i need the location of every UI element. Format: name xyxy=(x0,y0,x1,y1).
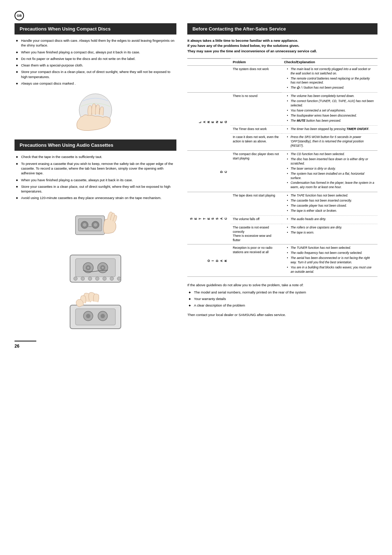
cassette-illustration-2 xyxy=(15,248,176,288)
svg-point-19 xyxy=(81,277,85,280)
svg-rect-26 xyxy=(75,309,115,325)
compact-discs-header: Precautions When Using Compact Discs xyxy=(15,23,176,35)
problem-system: The system does not work xyxy=(230,65,282,92)
compact-discs-title: Precautions When Using Compact Discs xyxy=(20,26,111,32)
group-label-cd: CD xyxy=(187,151,230,192)
bottom-notes: If the above guidelines do not allow you… xyxy=(187,283,377,317)
col-problem-header: Problem xyxy=(230,58,282,66)
cd-bullet-6: Always use compact discs marked . xyxy=(16,81,175,86)
sol-timer-1: The timer has been stopped by pressing T… xyxy=(287,127,375,131)
sol-sound-5: The MUTE button has been pressed. xyxy=(287,119,375,123)
note-bullet-3: A clear description of the problem xyxy=(189,303,376,308)
problem-reset: In case it does not work, even the actio… xyxy=(230,134,282,151)
solution-timer: The timer has been stopped by pressing T… xyxy=(282,125,377,134)
intro-line1: It always takes a little time to become … xyxy=(187,39,298,42)
sol-wow-1: The rollers or drive capstans are dirty. xyxy=(287,226,375,230)
group-label-cassettes: CASSETTES xyxy=(187,192,230,244)
cas-bullet-3: When you have finished playing a cassett… xyxy=(16,178,175,182)
page: GB Precautions When Using Compact Discs … xyxy=(15,11,377,349)
right-column: Before Contacting the After-Sales Servic… xyxy=(187,23,377,333)
problem-radio: Reception is poor or no radio stations a… xyxy=(230,244,282,276)
table-row-system: The system does not work The main lead i… xyxy=(187,65,377,92)
sol-tape-1: The TAPE function has not been selected. xyxy=(287,194,375,198)
sol-sys-3: The ⏻ / I button has not been pressed. xyxy=(287,86,375,90)
sol-reset-1: Press the SRS WOW button for 5 seconds i… xyxy=(287,135,375,148)
note-bullet-2: Your warranty details xyxy=(189,296,376,301)
cas-bullet-5: Avoid using 120-minute cassettes as they… xyxy=(16,195,175,200)
cas-bullet-1: Check that the tape in the cassette is s… xyxy=(16,154,175,159)
problem-timer: The Timer does not work xyxy=(230,125,282,134)
cd-bullet-5: Store your compact discs in a clean plac… xyxy=(16,69,175,79)
sol-tape-2: The cassette has not been inserted corre… xyxy=(287,199,375,203)
sol-cd-1: The CD function has not been selected. xyxy=(287,152,375,157)
trouble-table: Problem Checks/Explanation The system do… xyxy=(187,58,377,277)
sol-cd-2: The disc has been inserted face down or … xyxy=(287,157,375,166)
svg-point-21 xyxy=(95,277,99,280)
cas-bullet-2: To prevent erasing a cassette that you w… xyxy=(16,161,175,176)
sol-vol-1: The audio heads are dirty. xyxy=(287,217,375,222)
svg-point-30 xyxy=(101,314,105,318)
after-sales-header: Before Contacting the After-Sales Servic… xyxy=(187,23,377,35)
sol-cd-5: Condensation has formed in the player; l… xyxy=(287,181,375,190)
problem-tape-start: The tape does not start playing xyxy=(230,192,282,216)
sol-sound-3: You have connected a set of earphones. xyxy=(287,109,375,113)
intro-text: It always takes a little time to become … xyxy=(187,38,377,54)
audio-cassettes-header: Precautions When Using Audio Cassettes xyxy=(15,139,176,151)
page-number-value: 26 xyxy=(15,344,19,349)
table-row-cd: CD The compact disc player does not star… xyxy=(187,151,377,192)
sol-cd-4: The system has not been installed on a f… xyxy=(287,172,375,181)
svg-point-6 xyxy=(83,223,86,227)
solution-radio: The TUNER function has not been selected… xyxy=(282,244,377,276)
sol-tape-3: The cassette player has not been closed. xyxy=(287,204,375,208)
problem-volume: The volume falls off xyxy=(230,215,282,224)
compact-discs-list: Handle your compact discs with care. Alw… xyxy=(15,38,176,86)
sol-radio-2: The radio frequency has not been correct… xyxy=(287,251,375,255)
intro-line3: They may save you the time and inconveni… xyxy=(187,49,317,53)
svg-point-20 xyxy=(88,277,92,280)
group-label-radio: RADIO xyxy=(187,244,230,276)
sol-sound-4: The loudspeaker wires have been disconne… xyxy=(287,114,375,118)
after-sales-title: Before Contacting the After-Sales Servic… xyxy=(192,26,286,32)
svg-point-28 xyxy=(86,314,90,318)
bottom-notes-intro: If the above guidelines do not allow you… xyxy=(187,283,377,288)
cd-bullet-1: Handle your compact discs with care. Alw… xyxy=(16,38,175,48)
solution-no-sound: The volume has been completely turned do… xyxy=(282,93,377,125)
svg-point-22 xyxy=(103,277,106,280)
sol-tape-4: The tape is either slack or broken. xyxy=(287,209,375,213)
audio-cassettes-title: Precautions When Using Audio Cassettes xyxy=(20,142,113,148)
audio-cassettes-section: Precautions When Using Audio Cassettes C… xyxy=(15,139,176,330)
sol-radio-3: The aerial has been disconnected or is n… xyxy=(287,256,375,265)
problem-wow: The cassette is not erased correctlyTher… xyxy=(230,224,282,244)
svg-point-23 xyxy=(110,277,114,280)
note-bullet-1: The model and serial numbers, normally p… xyxy=(189,290,376,295)
cd-bullet-3: Do not fix paper or adhesive tape to the… xyxy=(16,56,175,61)
sol-radio-4: You are in a building that blocks radio … xyxy=(287,266,375,274)
sol-sound-2: The correct function (TUNER, CD, TAPE, A… xyxy=(287,99,375,108)
bottom-notes-list: The model and serial numbers, normally p… xyxy=(187,290,377,308)
col-solution-header: Checks/Explanation xyxy=(282,58,377,66)
sol-cd-3: The laser sensor is dirty or dusty. xyxy=(287,167,375,171)
svg-point-18 xyxy=(74,277,77,280)
left-column: Precautions When Using Compact Discs Han… xyxy=(15,23,176,333)
table-row-radio: RADIO Reception is poor or no radio stat… xyxy=(187,244,377,276)
sol-wow-2: The tape is worn. xyxy=(287,231,375,235)
sol-sys-1: The main lead is not correctly plugged i… xyxy=(287,67,375,76)
compact-discs-section: Precautions When Using Compact Discs Han… xyxy=(15,23,176,134)
svg-point-8 xyxy=(94,223,97,227)
svg-point-14 xyxy=(87,267,89,269)
main-content: Precautions When Using Compact Discs Han… xyxy=(15,23,377,333)
sol-sound-1: The volume has been completely turned do… xyxy=(287,94,375,98)
cassette-illustration-1 xyxy=(15,205,176,245)
gb-badge: GB xyxy=(15,11,24,20)
cas-bullet-4: Store your cassettes in a clean place, o… xyxy=(16,184,175,194)
sol-radio-1: The TUNER function has not been selected… xyxy=(287,246,375,250)
problem-no-sound: There is no sound xyxy=(230,93,282,125)
page-number: 26 xyxy=(15,341,36,349)
cassette-illustration-3 xyxy=(15,291,176,331)
solution-system: The main lead is not correctly plugged i… xyxy=(282,65,377,92)
table-row-no-sound: GENERAL There is no sound The volume has… xyxy=(187,93,377,125)
cd-bullet-4: Clean them with a special-purpose cloth. xyxy=(16,63,175,68)
solution-volume: The audio heads are dirty. xyxy=(282,215,377,224)
cd-bullet-2: When you have finished playing a compact… xyxy=(16,50,175,54)
group-label-empty xyxy=(187,65,230,92)
